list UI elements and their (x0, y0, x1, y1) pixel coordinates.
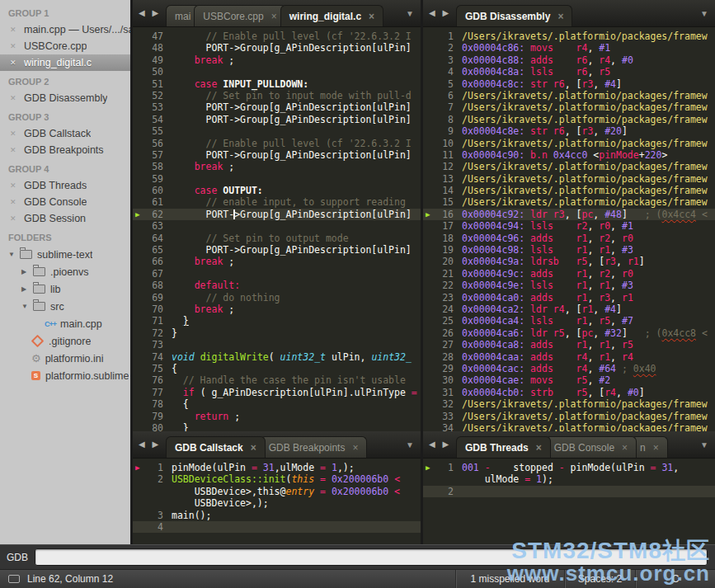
code-line[interactable]: 75{ (133, 363, 421, 374)
callstack-content[interactable]: ▶1pinMode(ulPin = 31,ulMode = 1,);2USBDe… (133, 459, 421, 544)
code-line[interactable]: 13/Users/ikravets/.platformio/packages/f… (423, 173, 715, 185)
tree-item-lib[interactable]: ▶lib (0, 280, 130, 298)
tab-close-icon[interactable]: × (251, 443, 256, 453)
tree-item-src[interactable]: ▼src (0, 298, 130, 315)
code-line[interactable]: 48 PORT->Group[g_APinDescription[ulPin] (133, 42, 421, 54)
close-icon[interactable]: ✕ (10, 146, 24, 154)
tab-close-icon[interactable]: × (536, 443, 542, 453)
code-line[interactable]: 50x00004c8c: str r6, [r3, #4] (423, 78, 715, 90)
tab-close-icon[interactable]: × (557, 12, 563, 21)
tree-item-main-cpp[interactable]: C++main.cpp (0, 315, 130, 332)
code-line[interactable]: 61 // enable input, to support reading (133, 196, 421, 208)
code-line[interactable]: 67 (133, 268, 421, 280)
gdb-command-input[interactable] (35, 548, 708, 566)
tab-overflow-menu-icon[interactable]: ▼ (700, 440, 708, 449)
code-line[interactable]: 6/Users/ikravets/.platformio/packages/fr… (423, 90, 715, 101)
code-line[interactable]: 59 (133, 173, 421, 185)
tab-close-icon[interactable]: × (369, 12, 374, 21)
code-line[interactable]: 52 // Set pin to input mode with pull-d (133, 90, 421, 101)
tab-close-icon[interactable]: × (352, 443, 358, 453)
code-line[interactable]: 250x00004ca4: lsls r1, r5, #7 (423, 315, 715, 327)
disclosure-triangle-icon[interactable]: ▶ (21, 268, 33, 275)
code-line[interactable]: USBDevice>,this@entry = 0x200006b0 < (133, 486, 421, 497)
sidebar-item-gdb-callstack[interactable]: ✕GDB Callstack (0, 125, 130, 142)
code-line[interactable]: 72} (133, 327, 421, 339)
code-line[interactable]: 220x00004c9e: lsls r1, r1, #3 (423, 280, 715, 291)
disclosure-triangle-icon[interactable]: ▶ (21, 285, 33, 293)
tab-overflow-menu-icon[interactable]: ▼ (406, 9, 414, 18)
tree-item--pioenvs[interactable]: ▶.pioenvs (0, 263, 130, 280)
close-icon[interactable]: ✕ (10, 59, 24, 67)
tab-gdb-callstack[interactable]: GDB Callstack× (166, 436, 266, 458)
code-line[interactable]: 64 // Set pin to output mode (133, 233, 421, 244)
code-line[interactable]: 56 // Enable pull level (cf '22.6.3.2 I (133, 138, 421, 149)
code-line[interactable]: 2 (423, 486, 715, 497)
close-icon[interactable]: ✕ (10, 94, 24, 102)
code-line[interactable]: 33/Users/ikravets/.platformio/packages/f… (423, 411, 715, 422)
code-line[interactable]: 1/Users/ikravets/.platformio/packages/fr… (423, 31, 715, 42)
code-line[interactable]: 110x00004c90: b.n 0x4cc0 <pinMode+220> (423, 149, 715, 161)
syntax-status[interactable]: C (635, 570, 715, 588)
code-line[interactable]: USBDevice>,); (133, 497, 421, 509)
code-line[interactable]: ▶62 PORT->Group[g_APinDescription[ulPin] (133, 209, 421, 220)
close-icon[interactable]: ✕ (10, 129, 24, 138)
code-line[interactable]: 73 (133, 339, 421, 350)
code-line[interactable]: 50 (133, 66, 421, 78)
code-line[interactable]: 260x00004ca6: ldr r5, [pc, #32] ; (0x4cc… (423, 327, 715, 339)
close-icon[interactable]: ✕ (10, 214, 24, 223)
code-line[interactable]: 69 // do nothing (133, 292, 421, 303)
code-line[interactable]: 210x00004c9c: adds r1, r2, r0 (423, 268, 715, 280)
tab-close-icon[interactable]: × (271, 12, 277, 21)
code-line[interactable]: 47 // Enable pull level (cf '22.6.3.2 I (133, 31, 421, 42)
panel-toggle-icon[interactable] (8, 575, 20, 583)
code-line[interactable]: 290x00004cac: adds r4, #64 ; 0x40 (423, 363, 715, 374)
code-line[interactable]: 40x00004c8a: lsls r6, r5 (423, 66, 715, 78)
code-line[interactable]: 190x00004c98: lsls r1, r1, #3 (423, 244, 715, 256)
code-line[interactable]: 66 break ; (133, 256, 421, 267)
code-line[interactable]: 170x00004c94: lsls r2, r0, #1 (423, 220, 715, 232)
tab-overflow-menu-icon[interactable]: ▼ (406, 440, 414, 449)
code-line[interactable]: 63 (133, 220, 421, 232)
code-line[interactable]: 58 break ; (133, 161, 421, 172)
tab-gdb-disassembly[interactable]: GDB Disassembly× (456, 5, 572, 26)
code-line[interactable]: 70 break ; (133, 303, 421, 315)
tab-close-icon[interactable]: × (622, 443, 628, 453)
code-line[interactable]: 280x00004caa: adds r4, r1, r4 (423, 351, 715, 363)
close-icon[interactable]: ✕ (10, 181, 24, 190)
indentation-status[interactable]: Spaces: 2 (564, 570, 635, 588)
code-line[interactable]: ulMode = 1); (423, 473, 715, 485)
code-line[interactable]: 54 PORT->Group[g_APinDescription[ulPin] (133, 114, 421, 125)
code-line[interactable]: 200x00004c9a: ldrsb r5, [r3, r1] (423, 256, 715, 267)
disclosure-triangle-icon[interactable]: ▼ (8, 251, 20, 258)
code-line[interactable]: 2USBDeviceClass::init(this = 0x200006b0 … (133, 473, 421, 485)
code-line[interactable]: 12/Users/ikravets/.platformio/packages/f… (423, 161, 715, 172)
code-line[interactable]: 30x00004c88: adds r6, r4, #0 (423, 54, 715, 66)
code-line[interactable]: 77 if ( g_APinDescription[ulPin].ulPinTy… (133, 387, 421, 398)
code-line[interactable]: 78 { (133, 398, 421, 410)
tab-wiring-digital-c[interactable]: wiring_digital.c× (280, 5, 383, 26)
code-line[interactable]: 68 default: (133, 280, 421, 291)
sidebar-item-main-cpp-users-sa[interactable]: ✕main.cpp — Users/.../sa (0, 21, 130, 38)
spellcheck-status[interactable]: 1 misspelled word (455, 570, 564, 588)
code-line[interactable]: 310x00004cb0: strb r5, [r4, #0] (423, 387, 715, 398)
code-line[interactable]: 180x00004c96: adds r1, r2, r0 (423, 233, 715, 244)
tab-gdb-threads[interactable]: GDB Threads× (456, 436, 551, 458)
code-line[interactable]: ▶1pinMode(ulPin = 31,ulMode = 1,); (133, 462, 421, 473)
code-line[interactable]: 79 return ; (133, 411, 421, 422)
tab-nav-arrows[interactable]: ◀ ▶ (429, 8, 451, 17)
sidebar-item-gdb-console[interactable]: ✕GDB Console (0, 194, 130, 210)
code-line[interactable]: 60 case OUTPUT: (133, 185, 421, 196)
tree-item-sublime-text[interactable]: ▼sublime-text (0, 246, 130, 263)
code-line[interactable]: 53 PORT->Group[g_APinDescription[ulPin] (133, 101, 421, 113)
code-line[interactable]: 55 (133, 125, 421, 137)
code-line[interactable]: 3main(); (133, 510, 421, 521)
code-line[interactable]: 20x00004c86: movs r4, #1 (423, 42, 715, 54)
code-line[interactable]: 14/Users/ikravets/.platformio/packages/f… (423, 185, 715, 196)
code-line[interactable]: 230x00004ca0: adds r1, r3, r1 (423, 292, 715, 303)
code-line[interactable]: 4 (133, 521, 421, 533)
code-line[interactable]: 49 break ; (133, 54, 421, 66)
tab-overflow-menu-icon[interactable]: ▼ (700, 9, 708, 18)
code-line[interactable]: 8/Users/ikravets/.platformio/packages/fr… (423, 114, 715, 125)
close-icon[interactable]: ✕ (10, 42, 24, 50)
tab-close-icon[interactable]: × (653, 443, 659, 453)
